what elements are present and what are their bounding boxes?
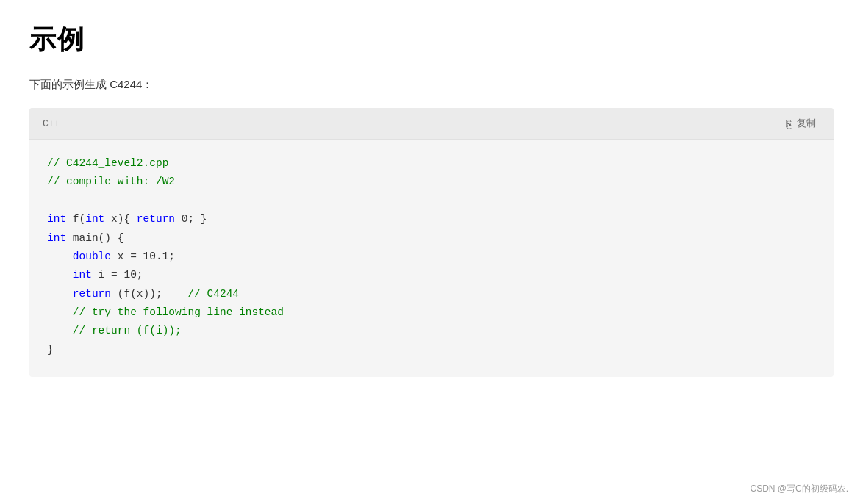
code-line-comment-3: // C4244 (187, 288, 239, 300)
code-line-comment-4: // try the following line instead (73, 306, 284, 318)
code-block-header: C++ ⎘ 复制 (29, 108, 834, 140)
code-keyword-7: return (73, 288, 111, 300)
code-normal-3: 0; } (175, 213, 207, 225)
code-line-comment-2: // compile with: /W2 (47, 176, 175, 187)
code-block-body: // C4244_level2.cpp // compile with: /W2… (29, 140, 834, 377)
code-normal-1: f( (66, 213, 85, 225)
code-normal-4: main() { (66, 232, 123, 244)
code-normal-6: i = 10; (92, 269, 143, 281)
copy-label: 复制 (797, 117, 816, 130)
code-keyword-6: int (73, 269, 92, 281)
copy-icon: ⎘ (786, 118, 792, 130)
code-keyword-2: int (85, 213, 104, 225)
footer-attribution: CSDN @写C的初级码农. (750, 483, 848, 495)
code-keyword-1: int (47, 213, 66, 225)
code-block-container: C++ ⎘ 复制 // C4244_level2.cpp // compile … (29, 108, 834, 377)
code-line-comment-1: // C4244_level2.cpp (47, 157, 168, 169)
code-normal-7: (f(x)); (111, 288, 187, 300)
code-normal-5: x = 10.1; (111, 251, 175, 262)
code-lang-label: C++ (43, 118, 60, 129)
code-normal-2: x){ (104, 213, 137, 225)
copy-button[interactable]: ⎘ 复制 (781, 115, 820, 132)
code-normal-8: } (47, 344, 54, 356)
code-keyword-5: double (73, 251, 111, 262)
code-keyword-4: int (47, 232, 66, 244)
page-title: 示例 (29, 22, 834, 58)
description-text: 下面的示例生成 C4244： (29, 76, 834, 93)
code-keyword-3: return (137, 213, 175, 225)
code-line-comment-5: // return (f(i)); (73, 325, 182, 336)
